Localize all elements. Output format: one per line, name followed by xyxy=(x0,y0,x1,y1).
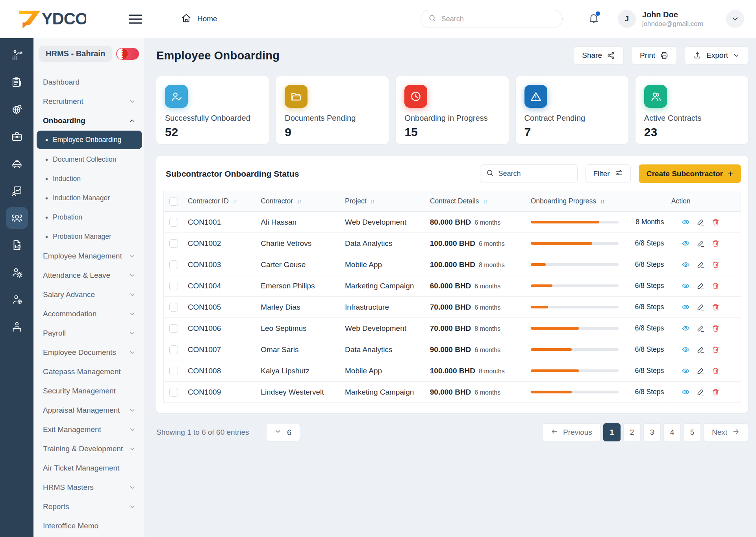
performance-chart-icon[interactable] xyxy=(6,44,28,66)
delete-trash-icon[interactable] xyxy=(712,282,720,290)
sidebar-item-reports[interactable]: Reports xyxy=(33,497,145,516)
delete-trash-icon[interactable] xyxy=(712,367,720,375)
edit-pencil-icon[interactable] xyxy=(697,367,705,375)
filter-button[interactable]: Filter xyxy=(586,164,630,183)
sidebar-item-employee-documents[interactable]: Employee Documents xyxy=(33,343,145,362)
global-search[interactable] xyxy=(421,10,563,28)
sidebar-item-onboarding[interactable]: Onboarding xyxy=(33,111,145,130)
delete-trash-icon[interactable] xyxy=(712,218,720,226)
sidebar-subitem-induction[interactable]: •Induction xyxy=(33,169,145,188)
edit-pencil-icon[interactable] xyxy=(697,239,705,247)
edit-pencil-icon[interactable] xyxy=(697,388,705,396)
view-eye-icon[interactable] xyxy=(682,260,690,269)
delete-trash-icon[interactable] xyxy=(712,345,720,354)
create-subcontractor-button[interactable]: Create Subcontractor + xyxy=(639,164,741,183)
edit-pencil-icon[interactable] xyxy=(697,282,705,290)
sidebar-item-dashboard[interactable]: Dashboard xyxy=(33,72,145,92)
user-settings-icon[interactable] xyxy=(6,261,28,283)
sidebar-item-salary-advance[interactable]: Salary Advance xyxy=(33,285,145,304)
edit-pencil-icon[interactable] xyxy=(697,303,705,311)
row-checkbox[interactable] xyxy=(169,282,178,290)
view-eye-icon[interactable] xyxy=(682,367,690,375)
country-toggle[interactable] xyxy=(116,48,139,60)
report-person-icon[interactable] xyxy=(6,180,28,202)
previous-page-button[interactable]: Previous xyxy=(542,423,600,441)
sidebar-item-interoffice-memo[interactable]: Interoffice Memo xyxy=(33,516,145,535)
notifications-bell-icon[interactable] xyxy=(588,12,600,26)
clipboard-tasks-icon[interactable] xyxy=(6,71,28,93)
row-checkbox[interactable] xyxy=(169,324,178,333)
edit-pencil-icon[interactable] xyxy=(697,260,705,269)
row-checkbox[interactable] xyxy=(169,345,178,354)
hard-hat-icon[interactable] xyxy=(6,153,28,175)
sort-icon[interactable]: ↓↑ xyxy=(483,198,487,205)
view-eye-icon[interactable] xyxy=(682,282,690,290)
row-checkbox[interactable] xyxy=(169,218,178,227)
menu-hamburger-icon[interactable] xyxy=(129,15,142,24)
page-button-2[interactable]: 2 xyxy=(623,423,641,441)
view-eye-icon[interactable] xyxy=(682,388,690,396)
sort-icon[interactable]: ↓↑ xyxy=(371,198,374,205)
view-eye-icon[interactable] xyxy=(682,239,690,247)
user-menu-chevron-down-icon[interactable] xyxy=(726,10,744,28)
select-all-checkbox[interactable] xyxy=(169,197,178,206)
sidebar-item-training-development[interactable]: Training & Development xyxy=(33,439,145,458)
sidebar-item-appraisal-management[interactable]: Appraisal Management xyxy=(33,400,145,420)
team-icon[interactable] xyxy=(6,207,28,229)
sidebar-item-air-ticket-management[interactable]: Air Ticket Management xyxy=(33,458,145,478)
page-button-5[interactable]: 5 xyxy=(684,423,701,441)
user-avatar[interactable]: J xyxy=(618,10,636,28)
globe-search-icon[interactable] xyxy=(6,98,28,120)
page-button-3[interactable]: 3 xyxy=(643,423,661,441)
global-search-input[interactable] xyxy=(441,15,555,23)
share-button[interactable]: Share xyxy=(574,46,624,65)
row-checkbox[interactable] xyxy=(169,303,178,312)
sidebar-subitem-probation-manager[interactable]: •Probation Manager xyxy=(33,227,145,246)
next-page-button[interactable]: Next xyxy=(704,423,748,441)
export-button[interactable]: Export xyxy=(685,46,748,65)
row-checkbox[interactable] xyxy=(169,388,178,397)
sidebar-subitem-probation[interactable]: •Probation xyxy=(33,208,145,227)
home-nav[interactable]: Home xyxy=(181,13,217,25)
sidebar-item-security-management[interactable]: Security Management xyxy=(33,381,145,400)
page-size-select[interactable]: 6 xyxy=(267,424,300,441)
delete-trash-icon[interactable] xyxy=(712,260,720,269)
delete-trash-icon[interactable] xyxy=(712,303,720,311)
briefcase-icon[interactable] xyxy=(6,125,28,148)
edit-pencil-icon[interactable] xyxy=(697,345,705,354)
sidebar-item-hrms-masters[interactable]: HRMS Masters xyxy=(33,478,145,497)
print-button[interactable]: Print xyxy=(632,46,677,65)
view-eye-icon[interactable] xyxy=(682,345,690,354)
row-checkbox[interactable] xyxy=(169,260,178,269)
view-eye-icon[interactable] xyxy=(682,218,690,226)
sort-icon[interactable]: ↓↑ xyxy=(233,198,237,205)
sidebar-subitem-employee-onboarding[interactable]: •Employee Onboarding xyxy=(37,131,142,149)
page-button-1[interactable]: 1 xyxy=(603,423,621,441)
sidebar-item-gatepass-management[interactable]: Gatepass Management xyxy=(33,362,145,381)
sidebar-item-payroll[interactable]: Payroll xyxy=(33,323,145,343)
row-checkbox[interactable] xyxy=(169,367,178,375)
sort-icon[interactable]: ↓↑ xyxy=(297,198,301,205)
user-badge-icon[interactable] xyxy=(6,288,28,310)
sidebar-item-attendance-leave[interactable]: Attendance & Leave xyxy=(33,266,145,285)
edit-pencil-icon[interactable] xyxy=(697,218,705,226)
view-eye-icon[interactable] xyxy=(682,303,690,311)
sidebar-item-document-management[interactable]: Document Management xyxy=(33,535,145,537)
sidebar-subitem-document-collection[interactable]: •Document Collection xyxy=(33,150,145,169)
sidebar-item-accommodation[interactable]: Accommodation xyxy=(33,304,145,323)
view-eye-icon[interactable] xyxy=(682,324,690,332)
sidebar-item-exit-management[interactable]: Exit Management xyxy=(33,420,145,439)
sidebar-subitem-induction-manager[interactable]: •Induction Manager xyxy=(33,188,145,208)
front-desk-icon[interactable] xyxy=(6,316,28,338)
table-search[interactable] xyxy=(480,164,578,183)
delete-trash-icon[interactable] xyxy=(712,324,720,332)
page-button-4[interactable]: 4 xyxy=(663,423,681,441)
sidebar-item-recruitment[interactable]: Recruitment xyxy=(33,92,145,111)
sidebar-item-employee-management[interactable]: Employee Management xyxy=(33,246,145,266)
delete-trash-icon[interactable] xyxy=(712,239,720,247)
file-chart-icon[interactable] xyxy=(6,234,28,256)
sort-icon[interactable]: ↓↑ xyxy=(600,198,604,205)
edit-pencil-icon[interactable] xyxy=(697,324,705,332)
delete-trash-icon[interactable] xyxy=(712,388,720,396)
row-checkbox[interactable] xyxy=(169,239,178,248)
